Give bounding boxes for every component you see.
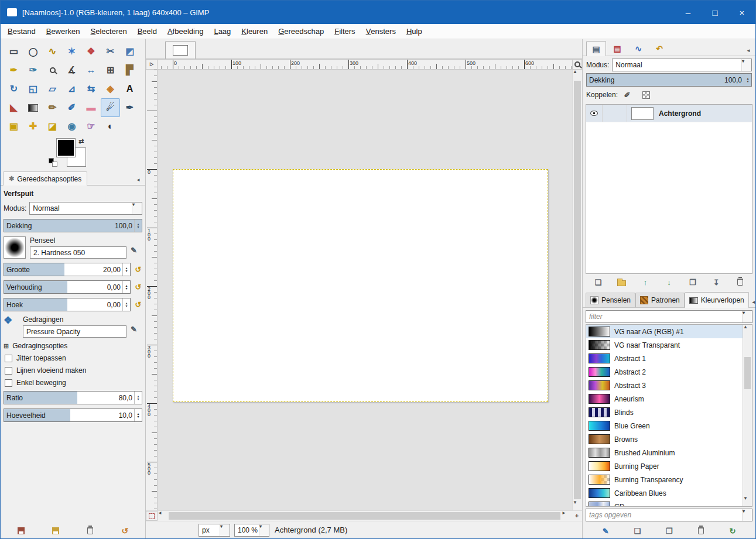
scroll-right-button[interactable]: ►	[562, 511, 572, 521]
slider-spinner[interactable]: ▴▾	[122, 281, 130, 293]
tool-perspective-clone[interactable]: ◪	[43, 117, 62, 136]
maximize-button[interactable]: □	[702, 1, 728, 24]
lock-brush-icon[interactable]: ✐	[621, 89, 634, 101]
menu-kleuren[interactable]: Kleuren	[236, 24, 273, 39]
menu-vensters[interactable]: Vensters	[361, 24, 401, 39]
reset-aspect-icon[interactable]: ↺	[134, 283, 142, 291]
tab-layers[interactable]: ▤	[586, 41, 606, 56]
reset-size-icon[interactable]: ↺	[134, 266, 142, 273]
tags-input[interactable]: tags opgeven▾	[586, 509, 752, 521]
tool-rectangle-select[interactable]: ▭	[4, 42, 23, 61]
tool-shear[interactable]: ▱	[43, 80, 62, 98]
edit-gradient-button[interactable]: ✎	[599, 525, 612, 537]
tool-eraser[interactable]: ▬	[81, 98, 101, 117]
slider-spinner[interactable]: ▴▾	[134, 219, 142, 232]
layer-row[interactable]: Achtergrond	[586, 105, 752, 122]
minimize-button[interactable]: –	[675, 1, 702, 24]
menu-laag[interactable]: Laag	[208, 24, 236, 39]
tab-patterns[interactable]: Patronen	[635, 293, 685, 307]
brush-preview[interactable]	[4, 236, 26, 259]
tool-align[interactable]: ⊞	[101, 61, 120, 80]
tool-smudge[interactable]: ☞	[81, 117, 101, 136]
scroll-up-button[interactable]: ▲	[743, 325, 752, 335]
anchor-layer-button[interactable]: ↧	[710, 276, 723, 288]
tool-paths[interactable]: ✒	[4, 61, 23, 80]
slider-spinner[interactable]: ▴▾	[134, 409, 142, 421]
tool-paintbrush[interactable]: ✐	[62, 98, 81, 117]
edit-brush-button[interactable]: ✎	[131, 246, 142, 259]
menu-bestand[interactable]: Bestand	[2, 24, 41, 39]
delete-layer-button[interactable]	[734, 276, 747, 288]
smooth-stroke-checkbox[interactable]	[5, 367, 12, 375]
tool-measure[interactable]: ∡	[62, 61, 81, 80]
lock-alpha-icon[interactable]	[639, 89, 652, 101]
scroll-down-button[interactable]: ▼	[573, 500, 582, 510]
new-layer-button[interactable]: ❏	[591, 276, 604, 288]
tool-clone[interactable]: ▣	[4, 117, 23, 136]
tool-ink[interactable]: ✒	[120, 98, 139, 117]
scroll-up-button[interactable]: ▲	[573, 70, 582, 80]
gradient-item[interactable]: CD	[586, 500, 743, 506]
tab-undo-history[interactable]: ↶	[649, 41, 669, 56]
tool-select-by-color[interactable]: ❖	[81, 42, 101, 61]
scroll-left-button[interactable]: ◄	[158, 511, 167, 521]
dynamics-select[interactable]: Pressure Opacity	[23, 325, 126, 338]
save-tool-preset-button[interactable]	[15, 525, 28, 537]
tool-pencil[interactable]: ✏	[43, 98, 62, 117]
tab-tool-options[interactable]: ✱ Gereedschapsopties	[3, 171, 87, 186]
tool-scale[interactable]: ◱	[23, 80, 43, 98]
tool-bucket-fill[interactable]: ◣	[4, 98, 23, 117]
tool-blur-sharpen[interactable]: ◉	[62, 117, 81, 136]
tab-brushes[interactable]: Penselen	[586, 293, 635, 307]
filter-input[interactable]: filter▾	[586, 310, 752, 323]
gradient-item[interactable]: Burning Paper	[586, 459, 743, 473]
refresh-gradients-button[interactable]: ↻	[726, 525, 739, 537]
dynamics-options-expander[interactable]: ⊞ Gedragingsopties	[4, 342, 142, 350]
jitter-checkbox-row[interactable]: Jitter toepassen	[4, 354, 142, 362]
gradient-item[interactable]: Aneurism	[586, 392, 743, 406]
layer-visibility-toggle[interactable]	[586, 105, 603, 122]
layer-link-cell[interactable]	[603, 105, 627, 122]
delete-gradient-button[interactable]	[695, 525, 707, 537]
lower-layer-button[interactable]: ↓	[662, 276, 675, 288]
gradient-item[interactable]: Browns	[586, 432, 743, 446]
reset-angle-icon[interactable]: ↺	[134, 301, 142, 308]
raise-layer-button[interactable]: ↑	[639, 276, 652, 288]
collapse-left-dock-button[interactable]: ◄	[134, 176, 143, 185]
menu-selecteren[interactable]: Selecteren	[85, 24, 132, 39]
single-motion-checkbox[interactable]	[5, 379, 12, 387]
new-gradient-button[interactable]: ❏	[631, 525, 644, 537]
gradient-item[interactable]: Abstract 2	[586, 365, 743, 379]
tool-fuzzy-select[interactable]: ✶	[62, 42, 81, 61]
zoom-select[interactable]: 100 %▾	[234, 524, 269, 537]
aspect-ratio-slider[interactable]: Verhouding0,00▴▾	[4, 280, 131, 294]
tool-perspective[interactable]: ⊿	[62, 80, 81, 98]
tab-paths[interactable]: ∿	[628, 41, 648, 56]
opacity-slider[interactable]: Dekking100,0▴▾	[4, 219, 142, 232]
tool-ellipse-select[interactable]: ◯	[23, 42, 43, 61]
brush-size-slider[interactable]: Grootte20,00▴▾	[4, 263, 131, 276]
tool-airbrush[interactable]: ☄	[101, 98, 120, 117]
gradient-item[interactable]: Blinds	[586, 406, 743, 419]
unit-select[interactable]: px▾	[199, 524, 230, 537]
swap-colors-icon[interactable]: ⇄	[78, 138, 84, 145]
menu-gereedschap[interactable]: Gereedschap	[273, 24, 329, 39]
restore-tool-preset-button[interactable]	[49, 525, 62, 537]
canvas[interactable]	[173, 169, 548, 402]
flow-slider[interactable]: Hoeveelheid10,0▴▾	[4, 408, 142, 422]
tool-free-select[interactable]: ∿	[43, 42, 62, 61]
brush-select[interactable]: 2. Hardness 050	[30, 246, 126, 259]
tool-cage-transform[interactable]: ◈	[101, 80, 120, 98]
gradient-item[interactable]: VG naar Transparant	[586, 338, 743, 352]
tool-rotate[interactable]: ↻	[4, 80, 23, 98]
image-tab[interactable]	[165, 41, 196, 59]
tool-crop[interactable]: ▛	[120, 61, 139, 80]
image-menu-button[interactable]: ▷	[146, 59, 158, 70]
tool-heal[interactable]: ✚	[23, 117, 43, 136]
delete-tool-preset-button[interactable]	[84, 525, 97, 537]
single-motion-checkbox-row[interactable]: Enkel beweging	[4, 379, 142, 387]
tool-flip[interactable]: ⇆	[81, 80, 101, 98]
tab-gradients[interactable]: Kleurverlopen	[685, 292, 749, 308]
edit-dynamics-button[interactable]: ✎	[131, 325, 142, 338]
scroll-down-button[interactable]: ▼	[743, 496, 752, 506]
